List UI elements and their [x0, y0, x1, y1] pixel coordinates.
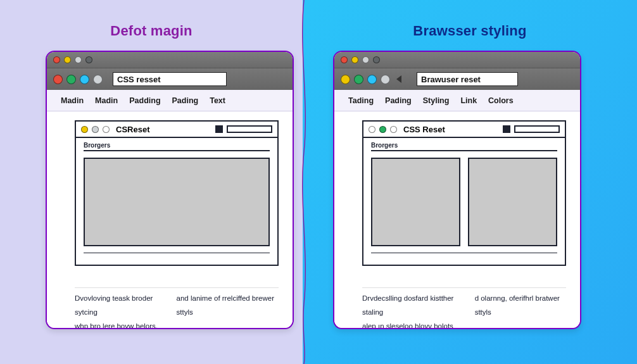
- right-panel: Brawsser styling Brawuser reset Tading: [303, 0, 637, 364]
- content-pane-left: [371, 158, 460, 246]
- caption-l2: whp bro lere bovw belors.: [75, 320, 279, 329]
- titlebar: [334, 52, 580, 68]
- toolbar-dot-1: [53, 75, 63, 84]
- fullscreen-icon[interactable]: [362, 56, 369, 63]
- tab-padding[interactable]: Padding: [129, 96, 160, 105]
- square-icon: [503, 125, 510, 133]
- divider-wave-icon: [298, 0, 310, 364]
- inner-divider-2: [371, 253, 557, 254]
- caption-l1b: and lanime of rrelciffed brewer sttyls: [177, 292, 279, 320]
- inner-dot-2: [379, 126, 386, 133]
- inner-titlebar: CSReset: [76, 122, 277, 138]
- inner-dot-1: [81, 126, 88, 133]
- inner-body: Brorgers: [76, 138, 277, 266]
- inner-dot-3: [103, 126, 110, 133]
- content-pane-right: [468, 158, 557, 246]
- inner-input[interactable]: [514, 125, 560, 133]
- caption-block: Dvovloving teask broder sytcing and lani…: [75, 285, 279, 329]
- inner-body: Brorgers: [363, 138, 565, 266]
- viewport: CSReset Brorgers: [47, 111, 293, 328]
- inner-dot-3: [390, 126, 397, 133]
- extra-dot-icon: [85, 56, 92, 63]
- inner-titlebar: CSS Reset: [363, 122, 565, 138]
- inner-title-text: CSS Reset: [403, 125, 445, 134]
- inner-divider: [371, 150, 557, 151]
- tab-madin-1[interactable]: Madin: [61, 96, 84, 105]
- inner-window: CSReset Brorgers: [75, 120, 279, 266]
- content-pane-group: [84, 158, 270, 246]
- tab-strip: Tading Pading Styling Link Colors: [334, 90, 580, 111]
- tab-madin-2[interactable]: Madin: [95, 96, 118, 105]
- inner-dot-2: [92, 126, 99, 133]
- caption-block: Drvdecslling dosfard kistther staling d …: [362, 285, 566, 329]
- minimize-icon[interactable]: [64, 56, 71, 63]
- inner-subheading: Brorgers: [84, 142, 270, 149]
- address-text: CSS resset: [117, 75, 161, 84]
- toolbar-dot-4: [93, 75, 103, 84]
- inner-dot-1: [369, 126, 375, 133]
- tab-tading[interactable]: Tading: [348, 96, 374, 105]
- viewport: CSS Reset Brorgers: [334, 111, 580, 328]
- inner-subheading: Brorgers: [371, 142, 557, 149]
- inner-divider: [84, 150, 270, 151]
- address-bar[interactable]: Brawuser reset: [417, 72, 518, 86]
- caption-l1b: d olarnng, oferifhrl bratwer sttyls: [475, 292, 566, 320]
- inner-divider-2: [84, 253, 270, 254]
- left-browser-window: CSS resset Madin Madin Padding Pading Te…: [46, 51, 294, 329]
- inner-title-text: CSReset: [116, 125, 149, 134]
- right-browser-window: Brawuser reset Tading Pading Styling Lin…: [333, 51, 581, 329]
- caption-l1a: Drvdecslling dosfard kistther staling: [362, 292, 464, 320]
- toolbar-dot-3: [367, 75, 377, 84]
- close-icon[interactable]: [341, 56, 348, 63]
- left-panel: Defot magin CSS resset Madin Madin: [0, 0, 303, 364]
- close-icon[interactable]: [53, 56, 60, 63]
- square-icon: [215, 125, 223, 133]
- toolbar-dot-1: [341, 75, 350, 84]
- comparison-stage: Defot magin CSS resset Madin Madin: [0, 0, 637, 364]
- tab-pading[interactable]: Pading: [172, 96, 199, 105]
- content-pane-group: [371, 158, 557, 246]
- tab-pading[interactable]: Pading: [385, 96, 412, 105]
- address-bar[interactable]: CSS resset: [113, 72, 227, 86]
- toolbar-dot-2: [354, 75, 363, 84]
- minimize-icon[interactable]: [351, 56, 358, 63]
- address-text: Brawuser reset: [421, 75, 481, 84]
- back-icon[interactable]: [396, 75, 401, 83]
- titlebar: [47, 52, 293, 68]
- extra-dot-icon: [373, 56, 380, 63]
- tab-text[interactable]: Text: [210, 96, 225, 105]
- tab-colors[interactable]: Colors: [488, 96, 514, 105]
- toolbar: CSS resset: [47, 68, 293, 90]
- toolbar-dot-4: [381, 75, 390, 84]
- tab-link[interactable]: Link: [460, 96, 477, 105]
- caption-l2: alep ın sleseloo blovv bolots: [362, 320, 566, 329]
- tab-strip: Madin Madin Padding Pading Text: [47, 90, 293, 111]
- left-headline: Defot magin: [0, 23, 303, 39]
- toolbar-dot-2: [66, 75, 76, 84]
- toolbar-dot-3: [80, 75, 89, 84]
- caption-l1a: Dvovloving teask broder sytcing: [75, 292, 165, 320]
- tab-styling[interactable]: Styling: [423, 96, 450, 105]
- right-headline: Brawsser styling: [303, 23, 637, 39]
- fullscreen-icon[interactable]: [75, 56, 82, 63]
- inner-window: CSS Reset Brorgers: [362, 120, 566, 266]
- content-pane: [84, 158, 270, 246]
- toolbar: Brawuser reset: [334, 68, 580, 90]
- inner-input[interactable]: [227, 125, 272, 133]
